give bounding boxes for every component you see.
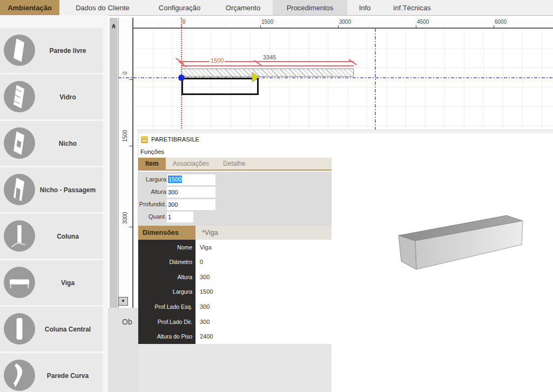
dimension-value-3345: 3345 [262, 54, 277, 60]
ruler-h-label: 1500 [261, 19, 273, 25]
prop-value-prof-lado-esq[interactable]: 300 [195, 299, 332, 314]
tab-associacoes[interactable]: Associações [166, 158, 216, 170]
tools-sidebar: Parede livre Vidro Nicho Nicho - Passage… [0, 15, 108, 392]
beam-3d-preview [392, 208, 532, 276]
clipped-observations-label: Ob [122, 317, 132, 326]
ruler-tick [416, 25, 416, 29]
insertion-arrow-marker[interactable] [252, 72, 259, 82]
ruler-tick [260, 25, 261, 29]
form-row-profundidade: Profundid. [138, 199, 332, 210]
form-row-largura: Largura 1500 [138, 174, 332, 185]
quantidade-label: Quant. [138, 213, 166, 220]
curved-wall-icon [4, 360, 35, 391]
dialog-app-icon [141, 136, 148, 143]
scroll-up-icon[interactable]: ∧ [110, 22, 118, 30]
form-row-quantidade: Quant. [138, 212, 332, 222]
wall-hatched-bar[interactable] [181, 69, 354, 77]
profundidade-field[interactable] [167, 199, 215, 210]
sidebar-item-vidro[interactable]: Vidro [0, 75, 103, 119]
sidebar-item-coluna-central[interactable]: Coluna Central [0, 307, 103, 352]
sidebar-item-label: Parede Curva [36, 353, 100, 392]
sidebar-item-nicho-passagem[interactable]: Nicho - Passagem [0, 167, 103, 212]
central-column-icon [4, 313, 35, 344]
beam-icon [4, 267, 35, 298]
niche-passage-icon [4, 174, 35, 205]
prop-label-largura: Largura [138, 285, 195, 300]
ruler-h-label: 3000 [339, 19, 351, 25]
sidebar-item-label: Viga [36, 260, 100, 305]
tab-detalhe[interactable]: Detalhe [216, 158, 252, 170]
application-window: Ambientação Dados do Cliente Configuraçã… [0, 0, 553, 392]
selected-value: 1500 [168, 175, 182, 183]
prop-label-nome: Nome [138, 240, 195, 255]
free-wall-icon [4, 35, 35, 66]
canvas-scrollbar[interactable] [110, 18, 118, 308]
dialog-menu-bar: Funções [138, 145, 553, 158]
column-icon [4, 220, 35, 252]
prop-label-diametro: Diámetro [138, 255, 195, 270]
quantidade-field[interactable] [167, 212, 193, 222]
altura-label: Altura [138, 188, 166, 195]
selected-beam-outline[interactable] [181, 78, 259, 95]
sidebar-item-coluna[interactable]: Coluna [0, 214, 103, 259]
item-form: Largura 1500 Altura Profundid. Quant. [138, 172, 332, 226]
paretibrasile-dialog: PARETIBRASILE Funções Item Associações D… [138, 130, 553, 392]
sidebar-item-parede-livre[interactable]: Parede livre [0, 28, 103, 73]
prop-label-prof-lado-esq: Prof.Lado Esq. [138, 299, 195, 314]
sidebar-item-label: Nicho - Passagem [36, 167, 100, 212]
origin-point-marker[interactable] [178, 75, 185, 81]
dialog-title: PARETIBRASILE [151, 136, 199, 143]
ruler-h-label: 4500 [417, 19, 429, 25]
prop-label-prof-lado-dir: Prof.Lado Dir. [138, 314, 195, 329]
sidebar-item-viga[interactable]: Viga [0, 260, 103, 305]
dialog-title-bar[interactable]: PARETIBRASILE [138, 133, 553, 145]
sidebar-item-label: Nicho [36, 121, 100, 166]
largura-field[interactable]: 1500 [167, 174, 215, 185]
prop-value-nome[interactable]: Viga [195, 240, 332, 255]
tab-configuracao[interactable]: Configuração [146, 0, 213, 15]
dialog-footer [138, 344, 332, 392]
ruler-dropdown-button[interactable]: ▼ [118, 297, 128, 306]
ruler-tick [338, 25, 339, 29]
tab-orcamento[interactable]: Orçamento [213, 0, 273, 15]
sidebar-item-label: Coluna Central [36, 307, 100, 352]
ruler-v-label: 0 [122, 64, 128, 83]
prop-value-altura-do-piso[interactable]: 2400 [195, 329, 332, 344]
prop-label-altura: Altura [138, 269, 195, 285]
prop-value-largura[interactable]: 1500 [195, 285, 332, 300]
object-name-tab[interactable]: *Viga [202, 226, 218, 240]
profundidade-label: Profundid. [138, 201, 166, 207]
tab-item[interactable]: Item [138, 158, 166, 170]
prop-label-altura-do-piso: Altura do Piso [138, 329, 195, 344]
sidebar-item-label: Coluna [36, 214, 100, 259]
property-labels-column: Nome Diámetro Altura Largura Prof.Lado E… [138, 240, 195, 344]
tab-ambientacao[interactable]: Ambientação [0, 0, 59, 15]
altura-field[interactable] [167, 187, 215, 198]
tab-inf-tecnicas[interactable]: inf.Técnicas [382, 0, 442, 15]
dimension-line-partial [181, 65, 354, 66]
properties-grid: Nome Diámetro Altura Largura Prof.Lado E… [138, 240, 332, 344]
prop-value-altura[interactable]: 300 [195, 269, 332, 285]
menu-funcoes[interactable]: Funções [138, 148, 164, 155]
ruler-tick [129, 79, 133, 80]
tab-dados-do-cliente[interactable]: Dados do Cliente [59, 0, 146, 15]
vertical-ruler [118, 18, 133, 308]
dimensoes-tab[interactable]: Dimensões [138, 226, 195, 240]
ruler-h-label: 6000 [495, 19, 507, 25]
largura-label: Largura [138, 176, 166, 183]
glass-icon [4, 81, 35, 112]
dialog-tab-strip: Item Associações Detalhe [138, 158, 332, 171]
prop-value-prof-lado-dir[interactable]: 300 [195, 314, 332, 329]
sidebar-item-parede-curva[interactable]: Parede Curva [0, 353, 103, 392]
ruler-v-label: 3000 [122, 209, 128, 227]
ruler-tick [494, 25, 494, 29]
sidebar-item-label: Parede livre [36, 28, 100, 73]
ruler-tick [129, 227, 133, 227]
sidebar-item-nicho[interactable]: Nicho [0, 121, 103, 166]
tab-procedimentos[interactable]: Procedimentos [273, 0, 347, 15]
dimension-line-total [181, 61, 354, 62]
tab-info[interactable]: Info [347, 0, 382, 15]
ruler-tick [129, 146, 133, 146]
properties-header: Dimensões *Viga [138, 226, 332, 240]
prop-value-diametro[interactable]: 0 [195, 255, 332, 270]
